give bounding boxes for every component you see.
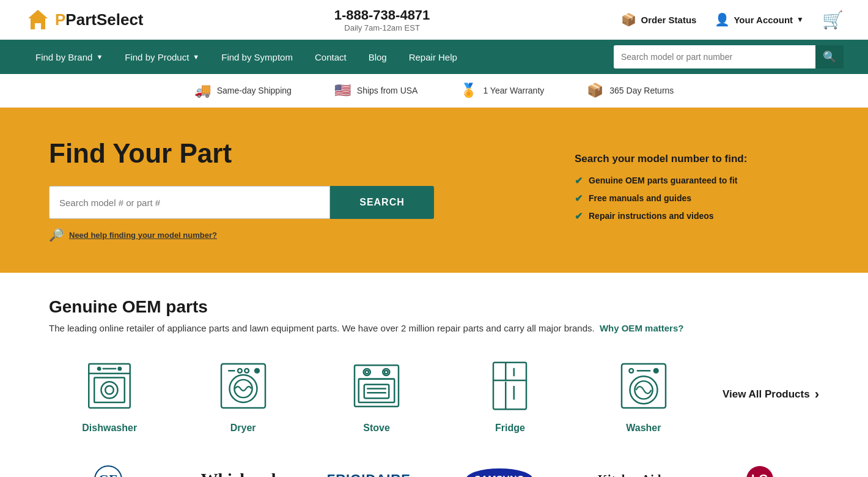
product-dryer[interactable]: Dryer	[182, 355, 303, 434]
view-all-products[interactable]: View All Products ›	[716, 386, 819, 402]
nav-find-by-symptom-label: Find by Symptom	[221, 52, 293, 62]
dishwasher-svg-icon	[82, 358, 137, 413]
dishwasher-icon-wrap	[76, 355, 143, 416]
oem-section: Genuine OEM parts The leading online ret…	[0, 273, 868, 458]
brand-kitchenaid[interactable]: KitchenAid	[570, 473, 688, 478]
your-account-label: Your Account	[734, 15, 793, 25]
fridge-icon-wrap	[476, 355, 543, 416]
svg-text:GE: GE	[98, 471, 118, 477]
stove-icon-wrap	[343, 355, 410, 416]
svg-point-15	[238, 369, 242, 373]
logo-text: PPartSelect	[55, 10, 144, 29]
benefit-returns: 📦 365 Day Returns	[587, 83, 674, 98]
washer-label: Washer	[626, 423, 661, 434]
check-icon-3: ✔	[575, 210, 583, 222]
search-icon: 🔍	[823, 50, 836, 64]
dryer-label: Dryer	[230, 423, 256, 434]
nav-item-contact[interactable]: Contact	[304, 40, 358, 74]
svg-point-37	[629, 369, 633, 373]
washer-icon-wrap	[610, 355, 677, 416]
hero-search-button[interactable]: SEARCH	[330, 186, 434, 219]
hero-search-input[interactable]	[49, 186, 330, 219]
nav-search-input[interactable]	[614, 45, 815, 68]
whirlpool-logo-text: Whirlpool	[201, 470, 276, 477]
svg-text:LG: LG	[751, 472, 768, 477]
brand-frigidaire[interactable]: FRIGIDAIRE	[310, 471, 428, 477]
main-nav: Find by Brand ▼ Find by Product ▼ Find b…	[0, 40, 868, 74]
dryer-icon-wrap	[210, 355, 277, 416]
phone-number: 1-888-738-4871	[334, 7, 430, 23]
benefit-ships-usa: 🇺🇸 Ships from USA	[334, 83, 418, 98]
lg-logo-icon: LG	[735, 464, 784, 477]
warranty-icon: 🏅	[460, 83, 477, 98]
svg-rect-28	[493, 363, 526, 410]
your-account-btn[interactable]: 👤 Your Account ▼	[715, 12, 804, 27]
cart-icon: 🛒	[822, 10, 844, 29]
hero-right: Search your model number to find: ✔ Genu…	[575, 153, 819, 228]
svg-point-13	[234, 380, 252, 398]
brands-section: GE Whirlpool FRIGIDAIRE SAMSUNG KitchenA…	[0, 458, 868, 477]
svg-point-38	[654, 369, 658, 373]
hero-checklist: ✔ Genuine OEM parts guaranteed to fit ✔ …	[575, 175, 819, 222]
product-dishwasher[interactable]: Dishwasher	[49, 355, 170, 434]
check-icon-2: ✔	[575, 193, 583, 204]
view-all-label: View All Products	[723, 388, 810, 401]
logo-house-icon	[24, 6, 51, 33]
checklist-item-2: ✔ Free manuals and guides	[575, 193, 819, 204]
hero-search-button-label: SEARCH	[359, 197, 405, 207]
nav-item-find-by-product[interactable]: Find by Product ▼	[114, 40, 210, 74]
hero-help-text: Need help finding your model number?	[69, 231, 217, 240]
hero-section: Find Your Part SEARCH 🔎 Need help findin…	[0, 108, 868, 273]
svg-point-22	[365, 371, 369, 374]
fridge-label: Fridge	[495, 423, 525, 434]
returns-label: 365 Day Returns	[609, 86, 674, 95]
dryer-svg-icon	[216, 358, 271, 413]
stove-label: Stove	[363, 423, 390, 434]
product-stove[interactable]: Stove	[316, 355, 437, 434]
nav-item-blog[interactable]: Blog	[358, 40, 398, 74]
nav-brand-chevron-icon: ▼	[96, 53, 103, 61]
why-oem-link[interactable]: Why OEM matters?	[600, 323, 684, 333]
logo[interactable]: PPartSelect	[24, 6, 144, 33]
order-status-label: Order Status	[641, 15, 697, 25]
nav-search-button[interactable]: 🔍	[815, 45, 844, 68]
header: PPartSelect 1-888-738-4871 Daily 7am-12a…	[0, 0, 868, 40]
usa-flag-icon: 🇺🇸	[334, 83, 351, 98]
svg-text:SAMSUNG: SAMSUNG	[474, 475, 524, 477]
hero-title: Find Your Part	[49, 138, 575, 169]
hero-search-form: SEARCH	[49, 186, 434, 219]
check-icon-1: ✔	[575, 175, 583, 187]
phone-hours: Daily 7am-12am EST	[334, 23, 430, 32]
hero-help-link[interactable]: 🔎 Need help finding your model number?	[49, 227, 575, 242]
benefit-shipping: 🚚 Same-day Shipping	[194, 83, 292, 98]
oem-title: Genuine OEM parts	[49, 297, 819, 317]
order-status-icon: 📦	[621, 12, 636, 27]
brand-samsung[interactable]: SAMSUNG	[440, 467, 558, 477]
svg-rect-25	[364, 385, 389, 399]
order-status-btn[interactable]: 📦 Order Status	[621, 12, 697, 27]
brand-ge[interactable]: GE	[49, 464, 167, 477]
nav-item-find-by-brand[interactable]: Find by Brand ▼	[24, 40, 114, 74]
nav-repair-help-label: Repair Help	[409, 52, 457, 62]
product-fridge[interactable]: Fridge	[449, 355, 570, 434]
help-model-icon: 🔎	[49, 227, 64, 242]
shipping-icon: 🚚	[194, 83, 211, 98]
fridge-svg-icon	[482, 358, 537, 413]
svg-point-17	[255, 369, 259, 373]
washer-svg-icon	[616, 358, 671, 413]
account-person-icon: 👤	[715, 12, 730, 27]
product-washer[interactable]: Washer	[583, 355, 704, 434]
nav-search: 🔍	[614, 45, 844, 68]
nav-item-find-by-symptom[interactable]: Find by Symptom	[210, 40, 304, 74]
returns-icon: 📦	[587, 83, 603, 98]
brand-whirlpool[interactable]: Whirlpool	[179, 470, 297, 477]
cart-btn[interactable]: 🛒	[822, 10, 844, 30]
svg-point-6	[101, 382, 118, 398]
benefit-warranty: 🏅 1 Year Warranty	[460, 83, 544, 98]
products-grid: Dishwasher Dryer	[49, 355, 819, 434]
nav-item-repair-help[interactable]: Repair Help	[398, 40, 468, 74]
svg-point-16	[245, 369, 249, 373]
benefits-bar: 🚚 Same-day Shipping 🇺🇸 Ships from USA 🏅 …	[0, 74, 868, 108]
svg-marker-0	[28, 10, 48, 18]
brand-lg[interactable]: LG	[701, 464, 819, 477]
